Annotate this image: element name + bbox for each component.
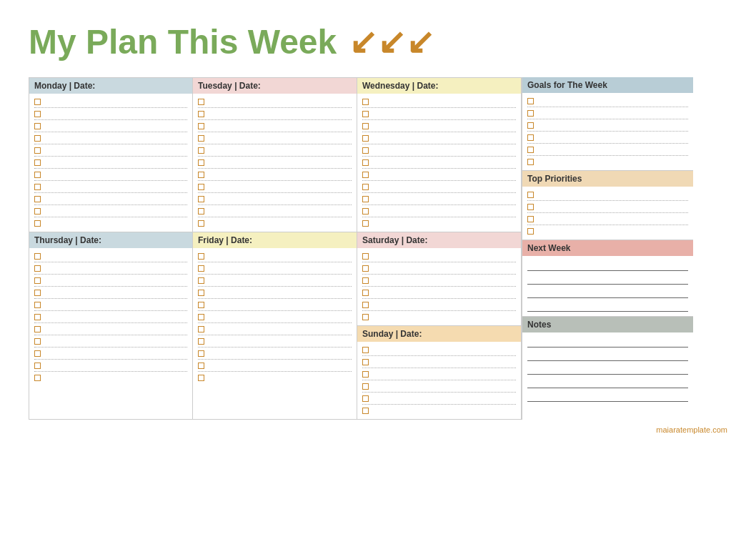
list-item: [362, 193, 516, 205]
list-item: [34, 348, 187, 360]
checkbox[interactable]: [198, 350, 204, 357]
checkbox[interactable]: [198, 184, 204, 190]
checkbox[interactable]: [527, 134, 534, 141]
checkbox[interactable]: [362, 172, 369, 178]
checkbox[interactable]: [527, 147, 534, 153]
checkbox[interactable]: [34, 135, 41, 142]
checkbox[interactable]: [34, 220, 41, 227]
list-item: [198, 348, 352, 360]
checkbox[interactable]: [362, 159, 369, 166]
checkbox[interactable]: [34, 265, 41, 272]
checkbox[interactable]: [198, 290, 204, 296]
checkbox[interactable]: [362, 265, 369, 272]
checkbox[interactable]: [34, 314, 41, 320]
checkbox[interactable]: [198, 302, 204, 308]
checkbox[interactable]: [362, 383, 369, 390]
checkbox[interactable]: [198, 314, 204, 320]
checkbox[interactable]: [362, 111, 369, 117]
checkbox[interactable]: [362, 147, 369, 154]
checkbox[interactable]: [527, 122, 534, 129]
checkbox[interactable]: [198, 147, 204, 154]
checkbox[interactable]: [34, 123, 41, 129]
planner-layout: Monday | Date: Tuesday | Date:: [29, 77, 727, 420]
left-area: Monday | Date: Tuesday | Date:: [29, 77, 522, 420]
checkbox[interactable]: [362, 302, 369, 308]
checkbox[interactable]: [198, 338, 204, 345]
list-item: [362, 181, 516, 193]
checkbox[interactable]: [198, 208, 204, 215]
checkbox[interactable]: [198, 196, 204, 202]
checkbox[interactable]: [34, 184, 41, 190]
list-item: [34, 205, 187, 217]
checkbox[interactable]: [34, 277, 41, 284]
saturday-list: [357, 248, 521, 325]
checkbox[interactable]: [34, 147, 41, 154]
checkbox[interactable]: [198, 159, 204, 166]
checkbox[interactable]: [198, 265, 204, 272]
checkbox[interactable]: [34, 302, 41, 308]
checkbox[interactable]: [527, 216, 534, 222]
checkbox[interactable]: [34, 338, 41, 345]
list-item: [527, 201, 688, 213]
checkbox[interactable]: [34, 111, 41, 117]
checkbox[interactable]: [362, 184, 369, 190]
checkbox[interactable]: [527, 192, 534, 198]
checkbox[interactable]: [198, 363, 204, 369]
list-item: [198, 144, 352, 157]
checkbox[interactable]: [527, 159, 534, 165]
list-item: [34, 181, 187, 193]
checkbox[interactable]: [34, 375, 41, 381]
checkbox[interactable]: [362, 395, 369, 402]
list-item: [362, 132, 516, 144]
checkbox[interactable]: [362, 371, 369, 378]
checkbox[interactable]: [34, 159, 41, 166]
checkbox[interactable]: [198, 111, 204, 117]
checkbox[interactable]: [362, 253, 369, 260]
list-item: [198, 275, 352, 287]
checkbox[interactable]: [527, 204, 534, 210]
checkbox[interactable]: [34, 253, 41, 260]
checkbox[interactable]: [362, 359, 369, 365]
checkbox[interactable]: [198, 135, 204, 142]
checkbox[interactable]: [362, 99, 369, 105]
checkbox[interactable]: [362, 290, 369, 296]
checkbox[interactable]: [34, 172, 41, 178]
top-priorities-list: [522, 187, 693, 240]
checkbox[interactable]: [527, 228, 534, 235]
list-item: [362, 169, 516, 181]
checkbox[interactable]: [34, 350, 41, 357]
checkbox[interactable]: [198, 277, 204, 284]
checkbox[interactable]: [527, 110, 534, 117]
checkbox[interactable]: [198, 220, 204, 227]
thursday-col: Thursday | Date:: [29, 232, 193, 420]
checkbox[interactable]: [362, 135, 369, 142]
bottom-row: Thursday | Date: Friday | Date:: [29, 232, 522, 420]
list-item: [34, 262, 187, 275]
checkbox[interactable]: [198, 326, 204, 332]
checkbox[interactable]: [198, 375, 204, 381]
monday-header: Monday | Date:: [29, 78, 192, 94]
checkbox[interactable]: [362, 277, 369, 284]
checkbox[interactable]: [362, 123, 369, 129]
goals-section: Goals for The Week: [522, 77, 693, 171]
checkbox[interactable]: [198, 123, 204, 129]
checkbox[interactable]: [362, 408, 369, 414]
checkbox[interactable]: [362, 208, 369, 215]
checkbox[interactable]: [34, 196, 41, 202]
list-item: [34, 360, 187, 372]
checkbox[interactable]: [362, 347, 369, 353]
checkbox[interactable]: [198, 253, 204, 260]
checkbox[interactable]: [198, 99, 204, 105]
checkbox[interactable]: [34, 326, 41, 332]
checkbox[interactable]: [34, 208, 41, 215]
checkbox[interactable]: [34, 290, 41, 296]
list-item: [527, 189, 688, 201]
tuesday-list: [193, 94, 357, 232]
checkbox[interactable]: [362, 196, 369, 202]
checkbox[interactable]: [198, 172, 204, 178]
checkbox[interactable]: [34, 363, 41, 369]
checkbox[interactable]: [527, 98, 534, 104]
checkbox[interactable]: [362, 220, 369, 227]
checkbox[interactable]: [34, 99, 41, 105]
checkbox[interactable]: [362, 314, 369, 320]
